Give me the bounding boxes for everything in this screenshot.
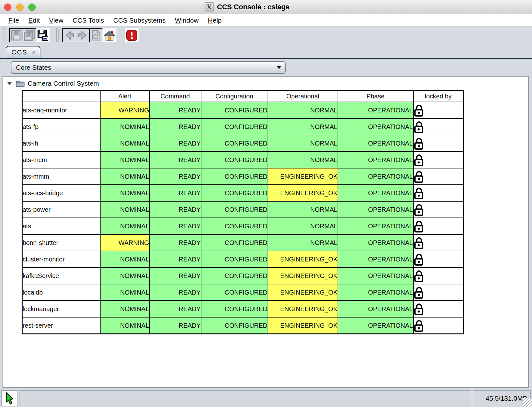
- tab-close-icon[interactable]: ×: [32, 49, 35, 55]
- cell-operational[interactable]: ENGINEERING_OK: [268, 317, 338, 334]
- table-row-ats[interactable]: atsNOMINALREADYCONFIGUREDNORMALOPERATION…: [22, 218, 464, 234]
- cell-locked-by[interactable]: [413, 284, 464, 301]
- cell-phase[interactable]: OPERATIONAL: [338, 301, 413, 317]
- cell-operational[interactable]: NORMAL: [268, 118, 338, 135]
- table-row-ats-ocs-bridge[interactable]: ats-ocs-bridgeNOMINALREADYCONFIGUREDENGI…: [22, 185, 464, 201]
- cell-alert[interactable]: NOMINAL: [100, 135, 150, 152]
- cell-locked-by[interactable]: [413, 218, 464, 234]
- cell-subsystem-name[interactable]: ats-fp: [22, 118, 100, 135]
- cell-operational[interactable]: NORMAL: [268, 234, 338, 251]
- table-row-bonn-shutter[interactable]: bonn-shutterWARNINGREADYCONFIGUREDNORMAL…: [22, 234, 464, 251]
- cell-command[interactable]: READY: [150, 168, 201, 185]
- cell-command[interactable]: READY: [150, 118, 201, 135]
- cell-subsystem-name[interactable]: ats-ocs-bridge: [22, 185, 100, 201]
- cell-configuration[interactable]: CONFIGURED: [201, 201, 268, 218]
- cell-locked-by[interactable]: [413, 168, 464, 185]
- cell-command[interactable]: READY: [150, 135, 201, 152]
- forward-button[interactable]: [76, 28, 90, 42]
- refresh-page-button[interactable]: [89, 28, 103, 42]
- cell-phase[interactable]: OPERATIONAL: [338, 268, 413, 284]
- cell-locked-by[interactable]: [413, 251, 464, 268]
- table-row-ats-power[interactable]: ats-powerNOMINALREADYCONFIGUREDNORMALOPE…: [22, 201, 464, 218]
- zoom-window-button[interactable]: [28, 4, 36, 11]
- cell-command[interactable]: READY: [150, 301, 201, 317]
- minimize-window-button[interactable]: [16, 4, 24, 11]
- cell-locked-by[interactable]: [413, 268, 464, 284]
- cell-operational[interactable]: NORMAL: [268, 152, 338, 168]
- cell-operational[interactable]: NORMAL: [268, 201, 338, 218]
- table-row-ats-daq-monitor[interactable]: ats-daq-monitorWARNINGREADYCONFIGUREDNOR…: [22, 102, 464, 118]
- cell-configuration[interactable]: CONFIGURED: [201, 185, 268, 201]
- table-row-ats-ih[interactable]: ats-ihNOMINALREADYCONFIGUREDNORMALOPERAT…: [22, 135, 464, 152]
- cell-alert[interactable]: NOMINAL: [100, 118, 150, 135]
- cell-command[interactable]: READY: [150, 218, 201, 234]
- cell-alert[interactable]: NOMINAL: [100, 301, 150, 317]
- view-selector[interactable]: Core States: [11, 61, 286, 74]
- cell-subsystem-name[interactable]: cluster-monitor: [22, 251, 100, 268]
- cell-command[interactable]: READY: [150, 234, 201, 251]
- menu-edit[interactable]: Edit: [25, 16, 43, 25]
- cell-alert[interactable]: NOMINAL: [100, 317, 150, 334]
- cell-operational[interactable]: ENGINEERING_OK: [268, 168, 338, 185]
- cell-command[interactable]: READY: [150, 268, 201, 284]
- cell-phase[interactable]: OPERATIONAL: [338, 152, 413, 168]
- cell-configuration[interactable]: CONFIGURED: [201, 135, 268, 152]
- cell-configuration[interactable]: CONFIGURED: [201, 118, 268, 135]
- window-resize-grip[interactable]: [523, 398, 532, 407]
- view-selector-dropdown-button[interactable]: [273, 62, 285, 73]
- table-row-ats-mcm[interactable]: ats-mcmNOMINALREADYCONFIGUREDNORMALOPERA…: [22, 152, 464, 168]
- cell-configuration[interactable]: CONFIGURED: [201, 218, 268, 234]
- save-all-button[interactable]: [23, 28, 37, 42]
- tree-node-camera-control-system[interactable]: Camera Control System: [7, 80, 99, 87]
- cell-operational[interactable]: ENGINEERING_OK: [268, 268, 338, 284]
- cell-locked-by[interactable]: [413, 317, 464, 334]
- menu-window[interactable]: Window: [172, 16, 202, 25]
- cell-phase[interactable]: OPERATIONAL: [338, 201, 413, 218]
- cell-operational[interactable]: NORMAL: [268, 218, 338, 234]
- cell-phase[interactable]: OPERATIONAL: [338, 234, 413, 251]
- cell-command[interactable]: READY: [150, 284, 201, 301]
- cell-subsystem-name[interactable]: bonn-shutter: [22, 234, 100, 251]
- cell-configuration[interactable]: CONFIGURED: [201, 284, 268, 301]
- cell-phase[interactable]: OPERATIONAL: [338, 251, 413, 268]
- cell-subsystem-name[interactable]: lockmanager: [22, 301, 100, 317]
- cell-phase[interactable]: OPERATIONAL: [338, 185, 413, 201]
- table-row-cluster-monitor[interactable]: cluster-monitorNOMINALREADYCONFIGUREDENG…: [22, 251, 464, 268]
- cell-alert[interactable]: NOMINAL: [100, 284, 150, 301]
- cell-operational[interactable]: ENGINEERING_OK: [268, 301, 338, 317]
- cell-configuration[interactable]: CONFIGURED: [201, 317, 268, 334]
- cell-phase[interactable]: OPERATIONAL: [338, 118, 413, 135]
- cell-alert[interactable]: NOMINAL: [100, 152, 150, 168]
- cell-command[interactable]: READY: [150, 201, 201, 218]
- cell-operational[interactable]: ENGINEERING_OK: [268, 185, 338, 201]
- home-button[interactable]: [102, 28, 116, 42]
- cell-locked-by[interactable]: [413, 102, 464, 118]
- table-row-rest-server[interactable]: rest-serverNOMINALREADYCONFIGUREDENGINEE…: [22, 317, 464, 334]
- cell-configuration[interactable]: CONFIGURED: [201, 234, 268, 251]
- table-row-ats-fp[interactable]: ats-fpNOMINALREADYCONFIGUREDNORMALOPERAT…: [22, 118, 464, 135]
- cell-phase[interactable]: OPERATIONAL: [338, 317, 413, 334]
- cell-alert[interactable]: NOMINAL: [100, 251, 150, 268]
- save-button[interactable]: [9, 28, 23, 42]
- cell-configuration[interactable]: CONFIGURED: [201, 168, 268, 185]
- cell-subsystem-name[interactable]: rest-server: [22, 317, 100, 334]
- cell-alert[interactable]: NOMINAL: [100, 185, 150, 201]
- cell-configuration[interactable]: CONFIGURED: [201, 301, 268, 317]
- cell-phase[interactable]: OPERATIONAL: [338, 168, 413, 185]
- cell-command[interactable]: READY: [150, 251, 201, 268]
- cell-locked-by[interactable]: [413, 301, 464, 317]
- cell-command[interactable]: READY: [150, 102, 201, 118]
- cell-configuration[interactable]: CONFIGURED: [201, 251, 268, 268]
- back-button[interactable]: [62, 28, 76, 42]
- cell-alert[interactable]: WARNING: [100, 102, 150, 118]
- tab-ccs[interactable]: CCS ×: [6, 46, 40, 58]
- cell-alert[interactable]: NOMINAL: [100, 168, 150, 185]
- table-row-ats-mmm[interactable]: ats-mmmNOMINALREADYCONFIGUREDENGINEERING…: [22, 168, 464, 185]
- cell-configuration[interactable]: CONFIGURED: [201, 268, 268, 284]
- cell-subsystem-name[interactable]: ats-ih: [22, 135, 100, 152]
- cell-subsystem-name[interactable]: localdb: [22, 284, 100, 301]
- cell-command[interactable]: READY: [150, 185, 201, 201]
- toolbar-drag-handle[interactable]: [3, 28, 5, 42]
- cell-phase[interactable]: OPERATIONAL: [338, 284, 413, 301]
- cell-command[interactable]: READY: [150, 317, 201, 334]
